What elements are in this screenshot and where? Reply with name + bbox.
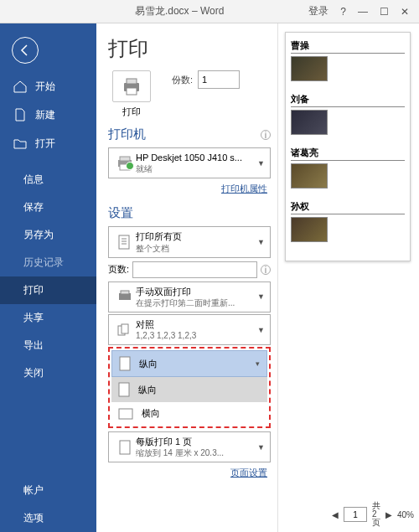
- svg-rect-17: [120, 441, 130, 454]
- login-link[interactable]: 登录: [308, 4, 328, 18]
- pages-icon: [117, 234, 132, 251]
- zoom-level: 40%: [397, 510, 414, 519]
- next-page-button[interactable]: ▶: [385, 510, 392, 519]
- back-button[interactable]: [12, 37, 39, 64]
- page-setup-link[interactable]: 页面设置: [108, 464, 271, 484]
- titlebar: 易雪龙.docx – Word 登录 ? — ☐ ✕: [0, 0, 419, 23]
- svg-rect-1: [127, 79, 137, 84]
- page-title: 打印: [108, 35, 271, 62]
- prev-page-button[interactable]: ◀: [332, 510, 339, 519]
- copies-input[interactable]: [198, 70, 240, 89]
- backstage-sidebar: 开始 新建 打开 信息 保存 另存为 历史记录 打印 共享 导出 关闭 帐户 选…: [0, 23, 96, 532]
- chevron-down-icon: ▼: [257, 238, 265, 246]
- svg-rect-14: [120, 357, 130, 370]
- preview-footer: ◀ 共2页 ▶ 40%: [332, 502, 414, 527]
- page-total-label: 共2页: [372, 502, 380, 527]
- help-icon[interactable]: ?: [340, 6, 346, 18]
- chevron-down-icon: ▾: [256, 359, 260, 368]
- duplex-icon: [116, 289, 133, 304]
- sidebar-item-saveas[interactable]: 另存为: [0, 221, 96, 249]
- svg-rect-6: [119, 235, 129, 249]
- orientation-option-portrait[interactable]: 纵向: [111, 377, 267, 402]
- document-thumbnail: 曹操 刘备 诸葛亮 孙权: [285, 32, 411, 261]
- settings-section-title: 设置: [108, 205, 133, 221]
- sidebar-item-account[interactable]: 帐户: [0, 477, 96, 504]
- status-ready-icon: [126, 162, 134, 170]
- maximize-icon[interactable]: ☐: [380, 6, 389, 18]
- sidebar-item-home[interactable]: 开始: [0, 72, 96, 101]
- print-preview: 曹操 刘备 诸葛亮 孙权 ◀ 共2页 ▶ 40%: [277, 23, 419, 532]
- pages-label: 页数:: [108, 263, 129, 276]
- sidebar-item-new[interactable]: 新建: [0, 101, 96, 129]
- info-icon[interactable]: i: [261, 265, 271, 275]
- collate-icon: [116, 323, 133, 338]
- svg-rect-13: [122, 324, 128, 333]
- svg-rect-16: [119, 409, 132, 419]
- folder-icon: [12, 136, 28, 151]
- page-number-input[interactable]: [344, 507, 367, 522]
- page-icon: [118, 439, 132, 456]
- print-button[interactable]: 打印: [108, 70, 155, 118]
- landscape-icon: [118, 408, 133, 420]
- sidebar-item-save[interactable]: 保存: [0, 194, 96, 221]
- minimize-icon[interactable]: —: [358, 6, 368, 18]
- print-panel: 打印 打印 份数: 打印机 i: [96, 23, 277, 532]
- sidebar-item-close[interactable]: 关闭: [0, 359, 96, 387]
- sidebar-item-export[interactable]: 导出: [0, 332, 96, 359]
- pages-input[interactable]: [132, 261, 257, 278]
- file-icon: [12, 107, 28, 122]
- portrait-icon: [119, 356, 131, 371]
- sidebar-item-share[interactable]: 共享: [0, 304, 96, 332]
- svg-rect-15: [119, 383, 129, 396]
- orientation-option-landscape[interactable]: 横向: [111, 402, 267, 425]
- duplex-selector[interactable]: 手动双面打印在提示打印第二面时重新... ▼: [108, 281, 271, 312]
- printer-selector[interactable]: HP Deskjet 1050 J410 s... 就绪 ▼: [108, 147, 271, 178]
- sidebar-item-options[interactable]: 选项: [0, 504, 96, 532]
- pages-per-sheet-selector[interactable]: 每版打印 1 页缩放到 14 厘米 x 20.3... ▼: [108, 431, 271, 462]
- window-title: 易雪龙.docx – Word: [50, 4, 308, 18]
- orientation-dropdown: 纵向 ▾ 纵向 横向: [108, 347, 271, 428]
- chevron-down-icon: ▼: [257, 443, 265, 452]
- sidebar-item-history[interactable]: 历史记录: [0, 249, 96, 276]
- info-icon[interactable]: i: [261, 130, 271, 140]
- chevron-down-icon: ▼: [257, 159, 265, 168]
- close-icon[interactable]: ✕: [401, 6, 409, 18]
- sidebar-item-print[interactable]: 打印: [0, 276, 96, 304]
- copies-label: 份数:: [172, 74, 193, 86]
- portrait-icon: [118, 382, 130, 397]
- home-icon: [12, 79, 28, 94]
- chevron-down-icon: ▼: [257, 292, 265, 301]
- sidebar-item-info[interactable]: 信息: [0, 166, 96, 194]
- svg-rect-2: [127, 88, 137, 95]
- sidebar-item-open[interactable]: 打开: [0, 129, 96, 158]
- orientation-selected[interactable]: 纵向 ▾: [111, 350, 267, 377]
- print-range-selector[interactable]: 打印所有页整个文档 ▼: [108, 226, 271, 257]
- svg-rect-4: [120, 157, 130, 161]
- collate-selector[interactable]: 对照1,2,3 1,2,3 1,2,3 ▼: [108, 314, 271, 345]
- chevron-down-icon: ▼: [257, 326, 265, 334]
- printer-properties-link[interactable]: 打印机属性: [108, 180, 271, 200]
- printer-icon: [112, 70, 151, 102]
- svg-rect-11: [121, 291, 129, 294]
- printer-section-title: 打印机: [108, 127, 146, 142]
